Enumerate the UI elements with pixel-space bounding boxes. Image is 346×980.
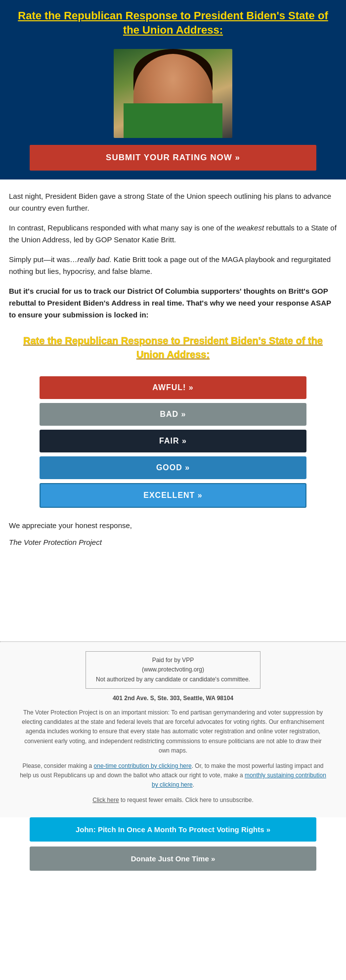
monthly-donate-button[interactable]: John: Pitch In Once A Month To Protect V…: [30, 817, 316, 842]
closing-signature: The Voter Protection Project: [9, 536, 337, 548]
paragraph-2-start: In contrast, Republicans responded with …: [9, 223, 237, 232]
contribute-end: .: [193, 781, 194, 788]
hero-image: [114, 49, 232, 138]
closing-text: We appreciate your honest response, The …: [0, 520, 346, 562]
paragraph-2: In contrast, Republicans responded with …: [9, 222, 337, 246]
rating-excellent-button[interactable]: EXCELLENT »: [40, 483, 306, 508]
submit-rating-button[interactable]: SUBMIT YOUR RATING NOW »: [30, 145, 316, 171]
footer-contribute: Please, consider making a one-time contr…: [20, 761, 326, 790]
header-title: Rate the Republican Response to Presiden…: [10, 9, 336, 37]
paid-line3: Not authorized by any candidate or candi…: [96, 675, 250, 684]
header-banner: Rate the Republican Response to Presiden…: [0, 0, 346, 44]
paragraph-3-italic: really bad.: [77, 255, 111, 264]
paid-for-box: Paid for by VPP (www.protectvoting.org) …: [86, 651, 260, 689]
hero-image-wrap: [0, 44, 346, 138]
footer: Paid for by VPP (www.protectvoting.org) …: [0, 642, 346, 817]
rate-section-title: Rate the Republican Response to Presiden…: [9, 334, 337, 361]
rating-buttons-group: AWFUL! » BAD » FAIR » GOOD » EXCELLENT »: [0, 376, 346, 508]
paragraph-4: But it's crucial for us to track our Dis…: [9, 285, 337, 321]
paid-line2: (www.protectvoting.org): [96, 665, 250, 674]
footer-address: 401 2nd Ave. S, Ste. 303, Seattle, WA 98…: [20, 694, 326, 703]
contribute-start: Please, consider making a: [23, 762, 94, 769]
rating-bad-button[interactable]: BAD »: [40, 403, 306, 426]
spacer: [0, 562, 346, 641]
footer-unsubscribe: Click here to request fewer emails. Clic…: [20, 796, 326, 805]
rating-fair-button[interactable]: FAIR »: [40, 430, 306, 452]
footer-mission: The Voter Protection Project is on an im…: [20, 708, 326, 756]
paragraph-1: Last night, President Biden gave a stron…: [9, 190, 337, 214]
onetime-donate-button[interactable]: Donate Just One Time »: [30, 846, 316, 871]
rate-section: Rate the Republican Response to Presiden…: [0, 334, 346, 376]
closing-line1: We appreciate your honest response,: [9, 520, 337, 532]
footer-cta: John: Pitch In Once A Month To Protect V…: [0, 817, 346, 881]
paragraph-2-italic: weakest: [237, 223, 264, 232]
paragraph-3: Simply put—it was…really bad. Katie Brit…: [9, 254, 337, 277]
paragraph-3-start: Simply put—it was…: [9, 255, 77, 264]
submit-btn-wrap: SUBMIT YOUR RATING NOW »: [0, 138, 346, 179]
contribute-link1[interactable]: one-time contribution by clicking here: [94, 762, 192, 769]
rating-good-button[interactable]: GOOD »: [40, 456, 306, 479]
unsubscribe-link[interactable]: Click here: [92, 797, 119, 803]
hero-jacket-decoration: [124, 103, 222, 138]
rating-awful-button[interactable]: AWFUL! »: [40, 376, 306, 399]
paid-line1: Paid for by VPP: [96, 656, 250, 665]
body-content: Last night, President Biden gave a stron…: [0, 179, 346, 334]
unsubscribe-middle: to request fewer emails. Click here to u…: [119, 797, 254, 803]
